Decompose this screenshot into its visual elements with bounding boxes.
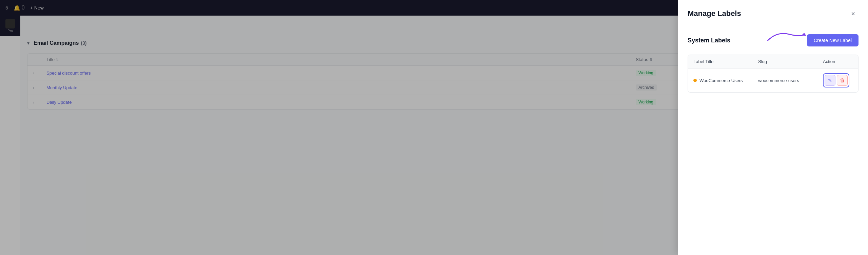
- create-new-label-button[interactable]: Create New Label: [807, 34, 859, 46]
- modal-header: Manage Labels ×: [678, 0, 868, 26]
- system-labels-title: System Labels: [688, 37, 730, 44]
- label-dot: [693, 79, 697, 82]
- annotation-arrow: [764, 28, 808, 45]
- lth-action: Action: [817, 55, 858, 68]
- modal-title: Manage Labels: [688, 9, 741, 18]
- modal-body: System Labels Create New Label Label Tit…: [678, 26, 868, 255]
- system-labels-header: System Labels Create New Label: [688, 34, 859, 46]
- lth-title: Label Title: [688, 55, 753, 68]
- label-slug-cell: woocommerce-users: [753, 73, 817, 88]
- label-row: WooCommerce Users woocommerce-users ✎ 🗑: [688, 68, 858, 92]
- labels-table: Label Title Slug Action WooCommerce User…: [688, 55, 859, 93]
- lth-slug: Slug: [753, 55, 817, 68]
- edit-label-button[interactable]: ✎: [825, 75, 835, 86]
- modal-close-button[interactable]: ×: [848, 8, 859, 19]
- edit-icon: ✎: [828, 78, 832, 83]
- label-actions: ✎ 🗑: [817, 68, 858, 92]
- labels-table-header: Label Title Slug Action: [688, 55, 858, 68]
- label-title: WooCommerce Users: [699, 78, 743, 83]
- label-slug: woocommerce-users: [758, 78, 799, 83]
- create-label-container: Create New Label: [807, 34, 859, 46]
- label-title-cell: WooCommerce Users: [688, 73, 753, 88]
- trash-icon: 🗑: [840, 78, 845, 83]
- action-button-wrapper: ✎ 🗑: [823, 73, 849, 87]
- delete-label-button[interactable]: 🗑: [837, 75, 848, 86]
- manage-labels-modal: Manage Labels × System Labels Create New…: [678, 0, 868, 255]
